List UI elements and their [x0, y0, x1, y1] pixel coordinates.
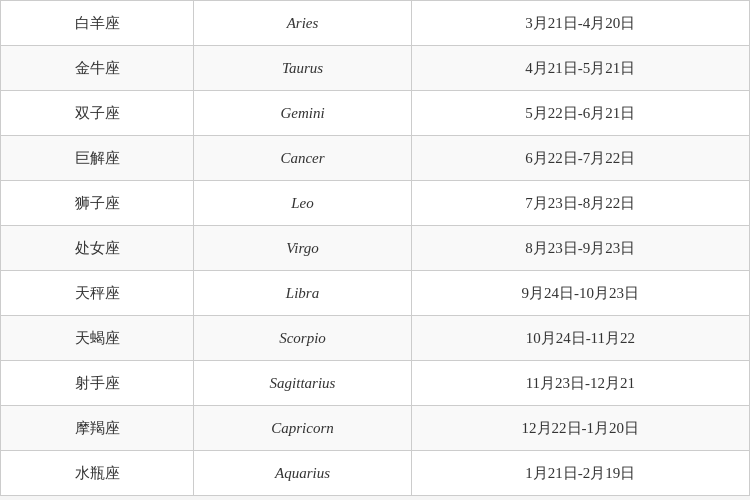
date-range: 10月24日-11月22 [411, 316, 749, 361]
date-range: 9月24日-10月23日 [411, 271, 749, 316]
chinese-name: 金牛座 [1, 46, 194, 91]
chinese-name: 狮子座 [1, 181, 194, 226]
chinese-name: 天蝎座 [1, 316, 194, 361]
english-name: Taurus [194, 46, 411, 91]
table-row: 水瓶座Aquarius1月21日-2月19日 [1, 451, 750, 496]
table-row: 射手座Sagittarius11月23日-12月21 [1, 361, 750, 406]
english-name: Scorpio [194, 316, 411, 361]
table-row: 双子座Gemini5月22日-6月21日 [1, 91, 750, 136]
table-row: 摩羯座Capricorn12月22日-1月20日 [1, 406, 750, 451]
table-row: 天秤座Libra9月24日-10月23日 [1, 271, 750, 316]
chinese-name: 射手座 [1, 361, 194, 406]
english-name: Aries [194, 1, 411, 46]
chinese-name: 天秤座 [1, 271, 194, 316]
chinese-name: 双子座 [1, 91, 194, 136]
english-name: Leo [194, 181, 411, 226]
table-row: 处女座Virgo8月23日-9月23日 [1, 226, 750, 271]
english-name: Capricorn [194, 406, 411, 451]
table-row: 白羊座Aries3月21日-4月20日 [1, 1, 750, 46]
date-range: 6月22日-7月22日 [411, 136, 749, 181]
english-name: Cancer [194, 136, 411, 181]
chinese-name: 水瓶座 [1, 451, 194, 496]
english-name: Sagittarius [194, 361, 411, 406]
date-range: 7月23日-8月22日 [411, 181, 749, 226]
chinese-name: 巨解座 [1, 136, 194, 181]
table-row: 狮子座Leo7月23日-8月22日 [1, 181, 750, 226]
chinese-name: 白羊座 [1, 1, 194, 46]
english-name: Libra [194, 271, 411, 316]
zodiac-table-container: 白羊座Aries3月21日-4月20日金牛座Taurus4月21日-5月21日双… [0, 0, 750, 500]
date-range: 4月21日-5月21日 [411, 46, 749, 91]
chinese-name: 处女座 [1, 226, 194, 271]
date-range: 12月22日-1月20日 [411, 406, 749, 451]
date-range: 8月23日-9月23日 [411, 226, 749, 271]
date-range: 5月22日-6月21日 [411, 91, 749, 136]
date-range: 3月21日-4月20日 [411, 1, 749, 46]
date-range: 11月23日-12月21 [411, 361, 749, 406]
table-row: 金牛座Taurus4月21日-5月21日 [1, 46, 750, 91]
english-name: Gemini [194, 91, 411, 136]
zodiac-table: 白羊座Aries3月21日-4月20日金牛座Taurus4月21日-5月21日双… [0, 0, 750, 496]
table-row: 天蝎座Scorpio10月24日-11月22 [1, 316, 750, 361]
chinese-name: 摩羯座 [1, 406, 194, 451]
english-name: Virgo [194, 226, 411, 271]
table-row: 巨解座Cancer6月22日-7月22日 [1, 136, 750, 181]
date-range: 1月21日-2月19日 [411, 451, 749, 496]
english-name: Aquarius [194, 451, 411, 496]
